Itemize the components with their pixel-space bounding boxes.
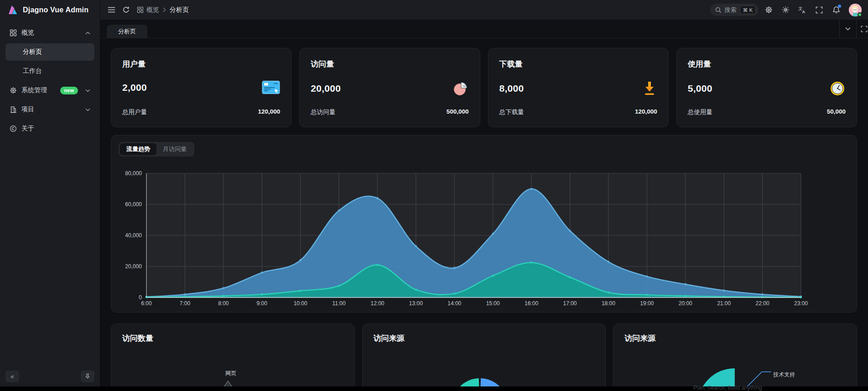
svg-text:11:00: 11:00: [332, 300, 345, 307]
chevron-right-icon: [163, 7, 166, 12]
card-title: 访问数量: [122, 333, 343, 344]
logo-row[interactable]: Djagno Vue Admin: [0, 0, 100, 20]
fullscreen-button[interactable]: [812, 3, 826, 17]
svg-text:6:00: 6:00: [141, 300, 152, 307]
sidebar-item-label: 关于: [21, 125, 34, 133]
header-actions: 搜索 ⌘ K 文: [710, 3, 862, 17]
svg-text:9:00: 9:00: [257, 300, 268, 307]
sidebar-item-label: 分析页: [23, 48, 42, 56]
tab-menu-dropdown-button[interactable]: [839, 20, 856, 38]
svg-text:18:00: 18:00: [602, 300, 615, 307]
stat-card-value: 20,000: [311, 83, 341, 94]
tab-bar-actions: [839, 20, 868, 38]
visit-source-pie-card: 访问来源: [362, 323, 606, 391]
webpage-icon: [262, 80, 280, 94]
svg-text:15:00: 15:00: [486, 300, 500, 307]
sidebar-item-label: 系统管理: [21, 86, 47, 94]
svg-text:19:00: 19:00: [640, 300, 654, 307]
svg-text:12:00: 12:00: [370, 300, 384, 307]
stat-card-value: 2,000: [122, 82, 147, 93]
svg-text:23:00: 23:00: [794, 300, 808, 307]
sidebar-item-system[interactable]: 系统管理 new: [5, 82, 94, 99]
svg-text:13:00: 13:00: [409, 300, 423, 307]
stat-card-footer-label: 总用户量: [122, 108, 147, 116]
search-icon: [715, 7, 722, 13]
card-title: 访问来源: [624, 333, 846, 344]
stat-card-footer-label: 总使用量: [688, 108, 712, 116]
tab-analysis[interactable]: 分析页: [107, 25, 147, 38]
stat-card-title: 访问量: [311, 59, 468, 69]
hamburger-menu-icon[interactable]: [108, 6, 115, 13]
tab-monthly-visits[interactable]: 月访问量: [156, 143, 193, 155]
app-logo-icon: [7, 4, 19, 16]
tab-label: 流量趋势: [126, 145, 150, 153]
breadcrumb-item-overview[interactable]: 概览: [137, 6, 159, 14]
settings-button[interactable]: [762, 3, 775, 17]
stat-card-title: 下载量: [499, 59, 657, 69]
sidebar-item-workbench[interactable]: 工作台: [5, 63, 94, 80]
tab-label: 月访问量: [163, 145, 187, 153]
visit-source-pie-card-2: 访问来源 技术支持: [613, 323, 857, 391]
content-fullscreen-button[interactable]: [856, 20, 868, 38]
collapse-sidebar-button[interactable]: «: [5, 370, 19, 382]
stat-card-footer-value: 120,000: [635, 108, 657, 116]
notifications-button[interactable]: [829, 3, 843, 17]
svg-text:20,000: 20,000: [125, 263, 142, 270]
grid-icon: [10, 29, 17, 36]
stat-card-value: 5,000: [688, 83, 712, 94]
stat-card-footer-label: 总访问量: [311, 108, 335, 116]
top-header: 概览 分析页 搜索 ⌘ K: [100, 0, 868, 20]
download-icon: [642, 80, 657, 97]
clock-icon: [829, 80, 846, 97]
new-badge: new: [60, 87, 78, 94]
language-button[interactable]: 文 A: [795, 3, 809, 17]
stat-card-footer-label: 总下载量: [499, 108, 524, 116]
radar-axis-label: 网页: [217, 370, 244, 377]
copyright-icon: [10, 125, 17, 132]
sidebar-item-analysis[interactable]: 分析页: [5, 43, 94, 61]
stat-card-value: 8,000: [499, 83, 524, 94]
search-shortcut-kbd: ⌘ K: [740, 5, 756, 14]
sidebar-item-about[interactable]: 关于: [5, 120, 94, 137]
building-icon: [10, 106, 17, 113]
traffic-trend-card: 流量趋势 月访问量 020,00040,00060,00080,0006:007…: [111, 135, 857, 313]
avatar[interactable]: [849, 4, 862, 16]
page-content: 用户量 2,000: [100, 38, 868, 391]
chevron-down-icon: [85, 108, 90, 111]
sidebar-item-label: 项目: [21, 105, 34, 114]
stat-card-footer-value: 120,000: [258, 108, 280, 116]
card-title: 访问来源: [374, 333, 595, 344]
svg-text:8:00: 8:00: [218, 300, 229, 307]
tab-bar: 分析页: [100, 20, 868, 38]
breadcrumb-label: 概览: [146, 6, 159, 14]
stat-cards-row: 用户量 2,000: [111, 48, 857, 127]
sidebar-item-projects[interactable]: 项目: [5, 101, 94, 118]
bottom-cards-row: 访问数量 网页 访问来源 访问来源 技术支持: [111, 323, 857, 391]
main-area: 概览 分析页 搜索 ⌘ K: [100, 0, 868, 391]
sidebar-menu: 概览 分析页 工作台 系统管理 new: [0, 20, 100, 367]
grid-icon: [137, 6, 144, 13]
stat-card-usage: 使用量 5,000: [676, 48, 857, 127]
svg-text:20:00: 20:00: [679, 300, 692, 307]
tab-traffic-trend[interactable]: 流量趋势: [120, 143, 156, 155]
stat-card-downloads: 下载量 8,000: [488, 48, 669, 127]
refresh-icon[interactable]: [122, 6, 130, 14]
sidebar-item-label: 概览: [21, 29, 34, 37]
traffic-trend-chart: 020,00040,00060,00080,0006:007:008:009:0…: [111, 163, 857, 307]
stat-card-visits: 访问量 20,000 % 总访问量 500,000: [299, 48, 480, 127]
sidebar-item-overview[interactable]: 概览: [5, 24, 94, 42]
breadcrumb: 概览 分析页: [137, 6, 189, 14]
online-status-dot: [858, 12, 862, 17]
svg-text:10:00: 10:00: [294, 300, 307, 307]
sidebar: Djagno Vue Admin 概览 分析页 工作台: [0, 0, 100, 391]
pie-chart-icon: %: [452, 80, 469, 97]
pin-icon: [84, 373, 91, 380]
svg-text:21:00: 21:00: [717, 300, 731, 307]
trend-tabs: 流量趋势 月访问量: [119, 142, 194, 156]
breadcrumb-current: 分析页: [170, 6, 189, 14]
watermark-text: Plan, Search, Build anything: [693, 385, 762, 391]
pin-sidebar-button[interactable]: [81, 370, 94, 382]
search-input[interactable]: 搜索 ⌘ K: [710, 4, 759, 16]
theme-toggle-button[interactable]: [779, 3, 792, 17]
stat-card-title: 使用量: [688, 59, 846, 69]
